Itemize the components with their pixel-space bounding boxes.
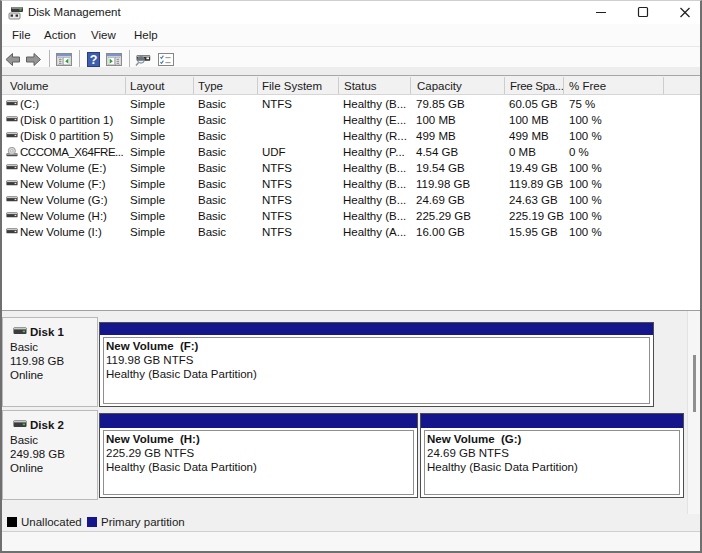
svg-text:?: ?	[90, 53, 98, 67]
